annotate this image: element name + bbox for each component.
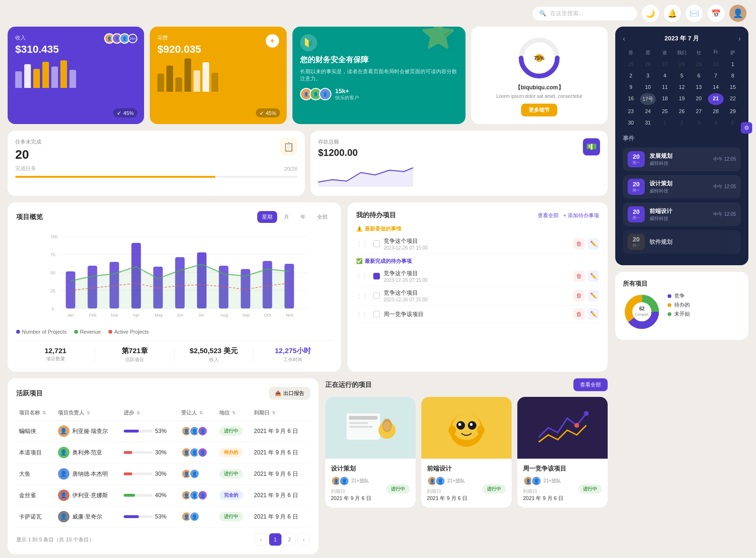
- todo-title: 我的待办项目: [356, 211, 396, 220]
- tab-all[interactable]: 全部: [312, 211, 332, 223]
- expense-add-btn[interactable]: +: [266, 34, 279, 48]
- cal-day[interactable]: 14: [708, 82, 724, 92]
- cal-day[interactable]: 27: [657, 59, 673, 69]
- revenue-amount: $310.435: [15, 43, 136, 56]
- stat-active-label: 活跃项目: [100, 356, 169, 363]
- cal-day[interactable]: 5: [674, 70, 690, 81]
- project-card-img-1: [325, 397, 416, 459]
- cal-day[interactable]: 30: [623, 117, 639, 128]
- svg-point-49: [470, 423, 473, 426]
- cal-day[interactable]: 29: [691, 59, 707, 69]
- todo-view-all[interactable]: 查看全部: [538, 212, 559, 219]
- todo-delete-btn[interactable]: 🗑: [573, 238, 585, 250]
- view-all-btn[interactable]: 查看全部: [573, 378, 608, 391]
- cal-day[interactable]: 1: [657, 117, 673, 128]
- cal-day[interactable]: 30: [708, 59, 724, 69]
- cal-day[interactable]: 7: [708, 70, 724, 81]
- cal-day[interactable]: 29: [725, 106, 741, 116]
- cal-day[interactable]: 3: [691, 117, 707, 128]
- cal-day[interactable]: 22: [725, 93, 741, 105]
- user-avatar[interactable]: 👤: [729, 5, 746, 22]
- cal-day[interactable]: 9: [623, 82, 639, 92]
- todo-edit-btn[interactable]: ✏️: [588, 238, 599, 250]
- todo-delete-btn[interactable]: 🗑: [573, 290, 585, 301]
- cal-day[interactable]: 16: [623, 93, 639, 105]
- row-assignees: 👤 👤 👤: [178, 485, 216, 506]
- tab-year[interactable]: 年: [296, 211, 310, 223]
- cal-day[interactable]: 31: [640, 117, 656, 128]
- cal-day[interactable]: 20: [691, 93, 707, 105]
- cal-day[interactable]: 13: [691, 82, 707, 92]
- progress-bar: [124, 494, 152, 497]
- cal-day[interactable]: 15: [725, 82, 741, 92]
- cal-day[interactable]: 23: [623, 106, 639, 116]
- cal-day[interactable]: 10: [640, 82, 656, 92]
- cal-day[interactable]: 25: [657, 106, 673, 116]
- pie-legend: 竞争 待办的 未开始: [668, 292, 690, 319]
- todo-delete-btn[interactable]: 🗑: [573, 270, 585, 282]
- todo-edit-btn[interactable]: ✏️: [588, 308, 599, 320]
- promo-stat-sub: 快乐的客户: [335, 95, 359, 101]
- cal-day-today[interactable]: 21: [708, 93, 724, 105]
- mail-icon[interactable]: ✉️: [686, 5, 703, 22]
- prev-page-btn[interactable]: ‹: [255, 533, 267, 546]
- row-assignees: 👤 👤 👤: [178, 421, 216, 442]
- todo-checkbox[interactable]: [373, 311, 380, 317]
- cal-next-btn[interactable]: ›: [738, 35, 741, 42]
- tab-week[interactable]: 星期: [257, 211, 277, 223]
- cal-day[interactable]: 8: [725, 70, 741, 81]
- page-1-btn[interactable]: 1: [269, 533, 281, 546]
- ebar-2: [166, 66, 173, 92]
- cal-day[interactable]: 2: [674, 117, 690, 128]
- cal-day[interactable]: 4: [708, 117, 724, 128]
- search-box[interactable]: 🔍 在这里搜索...: [533, 7, 637, 20]
- donut-more-btn[interactable]: 更多细节: [521, 104, 557, 116]
- calendar-icon[interactable]: 📅: [708, 5, 725, 22]
- cal-day[interactable]: 27: [691, 106, 707, 116]
- todo-checkbox[interactable]: [373, 273, 380, 279]
- project-card-body-3: 周一竞争该项目 👤 👤 21+团队: [517, 459, 608, 508]
- todo-edit-btn[interactable]: ✏️: [588, 290, 599, 301]
- event-label-4: 周一: [630, 243, 642, 248]
- chart-stats-row: 12,721 项目数量 第721章 活跃项目 $2,50,523 美元 收入 1…: [16, 340, 332, 363]
- cal-day[interactable]: 18: [657, 93, 673, 105]
- page-2-btn[interactable]: 2: [283, 533, 296, 546]
- cal-day[interactable]: 5: [725, 117, 741, 128]
- topbar: 🔍 在这里搜索... 🌙 🔔 ✉️ 📅 👤: [0, 0, 756, 27]
- export-btn[interactable]: 📤 出口报告: [269, 387, 310, 400]
- cal-day[interactable]: 11: [657, 82, 673, 92]
- cal-day[interactable]: 28: [674, 59, 690, 69]
- tab-month[interactable]: 月: [279, 211, 294, 223]
- notifications-icon[interactable]: 🔔: [664, 5, 681, 22]
- cal-day[interactable]: 3: [640, 70, 656, 81]
- cal-day[interactable]: 26: [640, 59, 656, 69]
- team-avatars-3: 👤 👤: [523, 476, 542, 486]
- cal-day[interactable]: 6: [691, 70, 707, 81]
- cal-day[interactable]: 25: [623, 59, 639, 69]
- next-page-btn[interactable]: ›: [298, 533, 310, 546]
- cal-day[interactable]: 12: [674, 82, 690, 92]
- task-icon: 📋: [280, 138, 297, 155]
- cal-day[interactable]: 2: [623, 70, 639, 81]
- promo-stat-wrap: 15k+ 快乐的客户: [335, 87, 359, 101]
- cal-prev-btn[interactable]: ‹: [623, 35, 625, 42]
- stat-hours: 12,275小时 工作时间: [253, 346, 332, 363]
- cal-day[interactable]: 19: [674, 93, 690, 105]
- todo-date: 2023-12-26 07:15:00: [384, 245, 428, 250]
- event-info-3: 前端设计 威特科技: [649, 207, 708, 222]
- todo-checkbox[interactable]: [373, 241, 380, 247]
- cal-day[interactable]: 26: [674, 106, 690, 116]
- cal-day[interactable]: 4: [657, 70, 673, 81]
- theme-toggle[interactable]: 🌙: [642, 5, 659, 22]
- todo-delete-btn[interactable]: 🗑: [573, 308, 585, 320]
- cal-day[interactable]: 17号: [640, 93, 656, 105]
- cal-day[interactable]: 1: [725, 59, 741, 69]
- todo-checkbox[interactable]: [373, 292, 380, 299]
- cal-day[interactable]: 28: [708, 106, 724, 116]
- todo-add[interactable]: + 添加待办事项: [563, 212, 599, 219]
- running-title: 正在运行的项目: [325, 381, 372, 389]
- todo-edit-btn[interactable]: ✏️: [588, 270, 599, 282]
- stat-hours-value: 12,275小时: [258, 346, 327, 356]
- cal-day[interactable]: 24: [640, 106, 656, 116]
- gear-icon[interactable]: ⚙: [741, 122, 752, 134]
